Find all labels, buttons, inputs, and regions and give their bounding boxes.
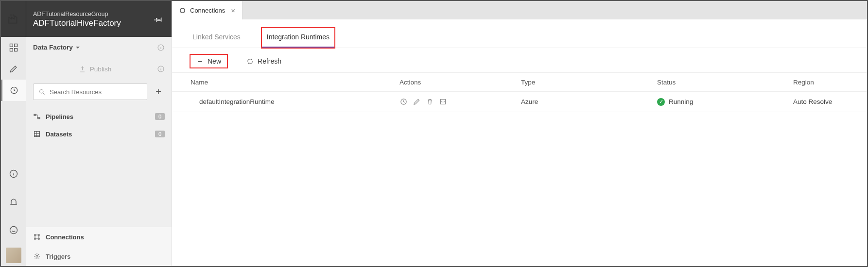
triggers-icon [33,252,41,260]
status-ok-icon: ✓ [657,98,665,106]
info-icon[interactable] [157,65,165,73]
sidebar-bottom: Connections Triggers [26,227,172,266]
new-button[interactable]: New [191,55,227,67]
window-tab-connections[interactable]: Connections × [172,1,243,19]
svg-point-6 [10,227,17,234]
runtimes-table: Name Actions Type Status Region defaultI… [172,72,867,112]
sidebar: ADFTutorialResourceGroup ADFTutorialHive… [26,1,172,266]
rail-notifications-icon[interactable] [9,191,18,213]
resource-group-label: ADFTutorialResourceGroup [33,10,121,18]
info-icon[interactable] [157,44,165,51]
close-icon[interactable]: × [231,6,235,15]
search-box[interactable] [33,83,147,100]
pin-icon[interactable] [154,15,163,24]
svg-point-9 [40,89,44,93]
rail-overview[interactable] [1,37,26,58]
publish-icon [79,66,86,73]
rail-avatar[interactable] [6,248,21,263]
datasets-count: 0 [155,131,165,137]
new-button-label: New [208,57,221,65]
nav-rail [1,1,26,266]
svg-rect-10 [34,114,36,116]
col-status: Status [657,79,793,86]
sidebar-connections[interactable]: Connections [26,227,172,247]
table-row[interactable]: defaultIntegrationRuntime Azure ✓ Runnin… [172,92,867,112]
subtab-integration-runtimes[interactable]: Integration Runtimes [262,28,334,48]
triggers-label: Triggers [46,253,70,260]
rail-info-icon[interactable] [9,163,18,184]
publish-row[interactable]: Publish [33,58,165,80]
tree-datasets[interactable]: Datasets 0 [33,125,165,143]
svg-rect-12 [35,132,40,137]
datasets-icon [33,130,41,138]
delete-icon[interactable] [426,98,434,106]
svg-point-15 [35,238,36,240]
svg-point-13 [35,234,36,236]
code-icon[interactable] [439,98,447,106]
col-region: Region [793,79,849,86]
refresh-button[interactable]: Refresh [241,55,287,67]
cell-actions [399,98,521,106]
svg-point-17 [36,255,38,257]
connections-icon [33,233,41,241]
window-tab-bar: Connections × [172,1,867,19]
tree-pipelines[interactable]: Pipelines 0 [33,108,165,125]
refresh-button-label: Refresh [258,57,281,65]
svg-point-18 [180,8,182,9]
main: Connections × Linked Services Integratio… [172,1,867,266]
resource-tree: Pipelines 0 Datasets 0 [26,105,172,146]
svg-rect-1 [14,44,17,47]
col-type: Type [521,79,657,86]
col-actions: Actions [399,79,521,86]
edit-icon[interactable] [413,98,421,106]
col-name: Name [191,79,399,86]
svg-point-19 [184,8,185,9]
svg-rect-0 [10,44,13,47]
rail-feedback-icon[interactable] [9,219,18,241]
svg-point-16 [38,238,40,240]
rail-author[interactable] [1,58,26,80]
subtabs: Linked Services Integration Runtimes [172,23,867,48]
svg-point-20 [180,12,182,13]
app-root: ADFTutorialResourceGroup ADFTutorialHive… [1,1,867,266]
connections-label: Connections [46,234,84,241]
subtab-linked-services[interactable]: Linked Services [191,28,243,48]
sidebar-header: ADFTutorialResourceGroup ADFTutorialHive… [26,1,172,37]
search-input[interactable] [50,88,142,96]
cell-name: defaultIntegrationRuntime [191,98,399,105]
table-header: Name Actions Type Status Region [172,72,867,92]
cell-type: Azure [521,98,657,105]
status-text: Running [669,98,693,105]
pipelines-count: 0 [155,113,165,120]
tree-pipelines-label: Pipelines [46,113,73,120]
content: Linked Services Integration Runtimes New… [172,19,867,266]
context-selector[interactable]: Data Factory [33,37,165,58]
cell-region: Auto Resolve [793,98,849,105]
add-resource-button[interactable]: + [152,86,165,98]
search-row: + [26,80,172,105]
svg-point-14 [38,234,40,236]
toolbar: New Refresh [172,48,867,72]
svg-rect-11 [38,117,40,119]
svg-rect-3 [14,49,17,51]
svg-point-21 [184,12,185,13]
pipelines-icon [33,113,41,120]
connections-icon [179,7,186,14]
monitor-icon[interactable] [399,98,408,106]
sidebar-triggers[interactable]: Triggers [26,247,172,266]
rail-monitor[interactable] [1,80,26,101]
tree-datasets-label: Datasets [46,131,72,138]
factory-name-label: ADFTutorialHiveFactory [33,18,121,29]
window-tab-label: Connections [190,7,225,14]
factory-logo [1,1,26,37]
publish-label: Publish [90,66,111,73]
svg-rect-2 [10,49,13,51]
cell-status: ✓ Running [657,98,793,106]
search-icon [38,88,46,96]
